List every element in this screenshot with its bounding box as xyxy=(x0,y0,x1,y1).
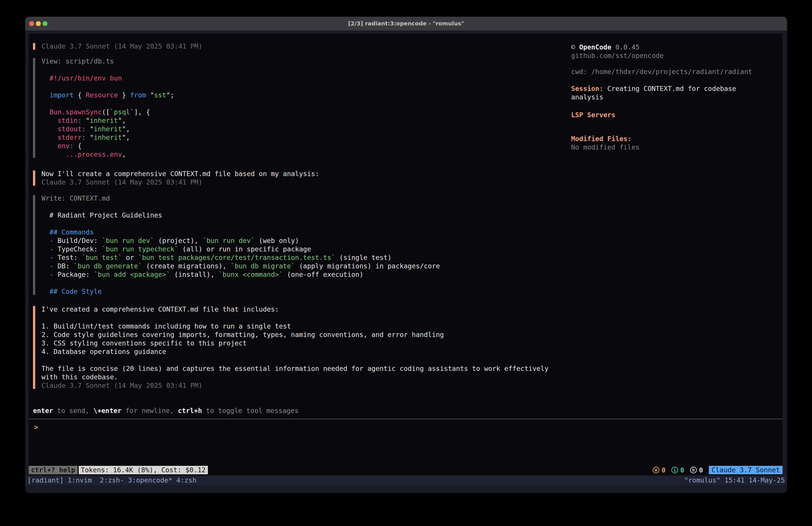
info-count-value: 0 xyxy=(680,466,684,474)
text-segment: (web only) xyxy=(255,237,299,244)
text-segment: ", xyxy=(122,133,130,141)
chat-line xyxy=(41,203,778,211)
text-segment: env xyxy=(58,142,70,150)
modified-files-empty: No modified files xyxy=(571,143,763,152)
text-segment: `bun test packages/core/test/transaction… xyxy=(138,254,335,261)
message-accent-bar xyxy=(33,171,35,186)
text-segment: inherit xyxy=(90,117,118,124)
warning-count-icon: W xyxy=(653,467,659,473)
text-segment: ## Code Style xyxy=(49,287,102,295)
chat-line: 4. Database operations guidance xyxy=(41,347,778,356)
repo-link[interactable]: github.com/sst/opencode xyxy=(571,52,763,60)
text-segment: I've created a comprehensive CONTEXT.md … xyxy=(41,305,279,313)
chat-line: The file is concise (20 lines) and captu… xyxy=(41,365,778,373)
text-segment: : xyxy=(78,117,82,124)
text-segment xyxy=(41,228,49,236)
screen: { "window": { "title": "[2/3] radiant:3:… xyxy=(0,0,812,526)
session-label: Session xyxy=(571,85,599,93)
text-segment: "; xyxy=(166,91,174,99)
text-segment xyxy=(41,133,58,141)
text-segment xyxy=(41,262,49,270)
text-segment: 1. Build/lint/test commands including ho… xyxy=(41,322,291,330)
lsp-servers-header: LSP Servers xyxy=(571,111,763,119)
chat-line: # Radiant Project Guidelines xyxy=(41,211,778,219)
composer-hint: enter to send, \+enter for newline, ctrl… xyxy=(33,407,299,415)
model-chip[interactable]: Claude 3.7 Sonnet xyxy=(709,466,783,474)
text-segment: stdout xyxy=(58,125,82,133)
text-segment: inherit xyxy=(94,133,122,141)
warning-count: W0 xyxy=(653,466,666,474)
text-segment: Claude 3.7 Sonnet (14 May 2025 03:41 PM) xyxy=(41,42,202,50)
message-accent-bar xyxy=(33,195,35,295)
window-titlebar[interactable]: [2/3] radiant:3:opencode - "romulus" xyxy=(25,17,787,30)
text-segment: ctrl+h xyxy=(178,407,202,415)
text-segment: Bun.spawnSync xyxy=(49,108,102,116)
copyright-icon: © xyxy=(571,43,575,51)
session-row: Session: Creating CONTEXT.md for codebas… xyxy=(571,84,763,101)
text-segment: Test: xyxy=(54,254,82,261)
text-segment: `bun run dev` xyxy=(102,237,154,244)
chat-line: Now I'll create a comprehensive CONTEXT.… xyxy=(41,170,778,178)
text-segment: (single test) xyxy=(335,254,392,261)
text-segment: View: script/db.ts xyxy=(41,57,114,65)
message-accent-bar xyxy=(33,58,35,158)
text-segment xyxy=(41,117,58,124)
text-segment: import xyxy=(49,91,74,99)
help-chip[interactable]: ctrl+? help xyxy=(29,466,77,474)
text-segment: ", xyxy=(118,117,126,124)
text-segment: : xyxy=(82,133,86,141)
text-segment: `psql` xyxy=(110,108,134,116)
warning-count-value: 0 xyxy=(662,466,666,474)
text-segment: `bun test` xyxy=(82,254,122,261)
text-segment: (all) or run in specific package xyxy=(178,245,311,253)
text-segment: 2. Code style guidelines covering import… xyxy=(41,331,444,339)
text-segment: : xyxy=(82,125,86,133)
text-segment: (one-off execution) xyxy=(283,271,363,279)
text-segment: " xyxy=(86,133,94,141)
text-segment: (create migrations), xyxy=(142,262,231,270)
text-segment: The file is concise (20 lines) and captu… xyxy=(41,365,549,372)
cwd-label: cwd: xyxy=(571,68,587,75)
session-sidebar: © OpenCode 0.0.45 github.com/sst/opencod… xyxy=(571,43,763,152)
chat-line: 3. CSS styling conventions specific to t… xyxy=(41,339,778,347)
tmux-window-list[interactable]: [radiant] 1:nvim 2:zsh- 3:opencode* 4:zs… xyxy=(27,475,197,485)
text-segment: DB: xyxy=(54,262,74,270)
text-segment: sst xyxy=(154,91,166,99)
text-segment: # Radiant Project Guidelines xyxy=(41,211,162,219)
text-segment: , xyxy=(122,151,126,158)
text-segment: or xyxy=(122,254,138,261)
chat-line: - TypeCheck: `bun run typecheck` (all) o… xyxy=(41,245,778,253)
chat-line: - Build/Dev: `bun run dev` (project), `b… xyxy=(41,237,778,245)
text-segment xyxy=(41,245,49,253)
text-segment: : xyxy=(70,142,74,150)
text-segment: - xyxy=(49,237,54,244)
text-segment: ...process.env xyxy=(66,151,122,158)
tmux-session-time: "romulus" 15:41 14-May-25 xyxy=(684,475,785,485)
assistant-message-block: I've created a comprehensive CONTEXT.md … xyxy=(33,305,778,390)
info-count: i0 xyxy=(671,466,684,474)
hint-count-icon: h xyxy=(690,467,697,473)
text-segment: Now I'll create a comprehensive CONTEXT.… xyxy=(41,170,319,177)
brand-row: © OpenCode 0.0.45 xyxy=(571,43,763,52)
hint-count-value: 0 xyxy=(699,466,703,474)
chat-line: Claude 3.7 Sonnet (14 May 2025 03:41 PM) xyxy=(41,381,778,390)
text-segment: to toggle tool messages xyxy=(202,407,299,415)
text-segment xyxy=(41,271,49,279)
chat-line: 2. Code style guidelines covering import… xyxy=(41,330,778,339)
tool-output-block: Write: CONTEXT.md # Radiant Project Guid… xyxy=(33,194,778,296)
text-segment: with this codebase. xyxy=(41,373,118,381)
text-segment: #!/usr/bin/env bun xyxy=(41,74,122,82)
text-segment: 3. CSS styling conventions specific to t… xyxy=(41,339,247,347)
tmux-status-bar: [radiant] 1:nvim 2:zsh- 3:opencode* 4:zs… xyxy=(25,475,787,485)
chat-line: - Package: `bun add <package>` (install)… xyxy=(41,270,778,279)
text-segment xyxy=(41,91,49,99)
text-segment: " xyxy=(86,125,94,133)
text-segment: - xyxy=(49,271,54,279)
composer-input[interactable]: > xyxy=(34,423,38,431)
assistant-message-block: Now I'll create a comprehensive CONTEXT.… xyxy=(33,170,778,187)
text-segment: (apply migrations) in packages/core xyxy=(295,262,440,270)
composer-separator xyxy=(29,418,783,419)
text-segment: TypeCheck: xyxy=(54,245,102,253)
text-segment: enter xyxy=(33,407,53,415)
text-segment: `bunx <command>` xyxy=(219,271,283,279)
